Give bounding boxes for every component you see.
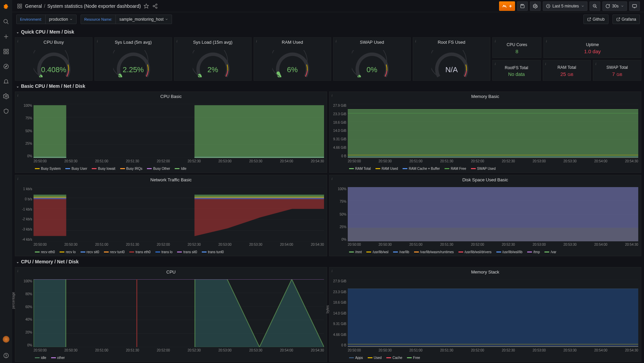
legend-item[interactable]: recv eth0 bbox=[35, 250, 55, 254]
legend-item[interactable]: idle bbox=[35, 356, 46, 360]
legend-item[interactable]: RAM Cache + Buffer bbox=[403, 167, 440, 170]
row-full-header[interactable]: ⌄CPU / Memory / Net / Disk bbox=[15, 256, 641, 267]
info-icon[interactable]: i bbox=[97, 39, 98, 43]
panel-network-basic[interactable]: i Network Traffic Basic 1 kb/s0 b/s-1 kb… bbox=[15, 175, 327, 256]
plot-area[interactable] bbox=[34, 187, 324, 241]
link-github[interactable]: Github bbox=[583, 15, 608, 24]
legend-item[interactable]: Busy IRQs bbox=[120, 167, 143, 170]
configuration-icon[interactable] bbox=[2, 92, 10, 100]
legend-item[interactable]: Apps bbox=[349, 356, 363, 360]
legend-item[interactable]: /var/lib/wasm/runtimes bbox=[414, 250, 454, 254]
gauge-ram-used[interactable]: i RAM Used 6% bbox=[254, 37, 331, 81]
info-icon[interactable]: i bbox=[17, 39, 18, 43]
info-icon[interactable]: i bbox=[331, 269, 332, 273]
info-icon[interactable]: i bbox=[495, 39, 496, 43]
panel-disk-basic[interactable]: i Disk Space Used Basic 100%75%50%25%0% … bbox=[329, 175, 641, 256]
info-icon[interactable]: i bbox=[17, 93, 18, 97]
legend-item[interactable]: /tmp bbox=[527, 250, 540, 254]
settings-button[interactable] bbox=[530, 1, 541, 11]
row-basic-header[interactable]: ⌄Basic CPU / Mem / Net / Disk bbox=[15, 81, 641, 92]
legend-item[interactable]: RAM Total bbox=[349, 167, 371, 170]
info-icon[interactable]: i bbox=[331, 93, 332, 97]
var-environment[interactable]: Environment: production bbox=[16, 15, 77, 24]
info-icon[interactable]: i bbox=[415, 39, 416, 43]
panel-cpu-basic[interactable]: i CPU Basic 100%75%50%25%0% 20:50:0020:5… bbox=[15, 92, 327, 173]
refresh-button[interactable]: 30s bbox=[602, 1, 627, 11]
legend-item[interactable]: RAM Used bbox=[375, 167, 398, 170]
legend-item[interactable]: Busy User bbox=[65, 167, 87, 170]
legend-item[interactable]: SWAP Used bbox=[471, 167, 496, 170]
star-icon[interactable] bbox=[143, 3, 150, 9]
search-icon[interactable] bbox=[2, 18, 10, 26]
panel-memory-basic[interactable]: i Memory Basic 27.9 GiB23.3 GiB18.6 GiB1… bbox=[329, 92, 641, 173]
stat-swap-total[interactable]: i SWAP Total 7 GiB bbox=[593, 60, 641, 81]
alerting-icon[interactable] bbox=[2, 77, 10, 85]
plot-area[interactable] bbox=[34, 279, 324, 347]
info-icon[interactable]: i bbox=[546, 39, 547, 43]
legend-item[interactable]: Busy Other bbox=[147, 167, 170, 170]
info-icon[interactable]: i bbox=[17, 269, 18, 273]
help-icon[interactable] bbox=[2, 351, 10, 360]
gauge-cpu-busy[interactable]: i CPU Busy 0.408% bbox=[15, 37, 92, 81]
gauge-root-fs-used[interactable]: i Root FS Used N/A bbox=[413, 37, 490, 81]
breadcrumb-folder[interactable]: General bbox=[25, 3, 42, 9]
stat-rootfs-total[interactable]: i RootFS Total No data bbox=[492, 60, 541, 81]
legend-item[interactable]: RAM Free bbox=[445, 167, 466, 170]
legend-item[interactable]: Busy System bbox=[35, 167, 61, 170]
info-icon[interactable]: i bbox=[17, 177, 18, 181]
info-icon[interactable]: i bbox=[256, 39, 257, 43]
grafana-logo-icon[interactable] bbox=[2, 3, 10, 11]
info-icon[interactable]: i bbox=[331, 177, 332, 181]
row-quick-header[interactable]: ⌄Quick CPU / Mem / Disk bbox=[15, 26, 641, 37]
tv-mode-button[interactable] bbox=[629, 1, 640, 11]
server-admin-icon[interactable] bbox=[2, 107, 10, 115]
gauge-sys-load-5m-avg-[interactable]: i Sys Load (5m avg) 2.25% bbox=[94, 37, 172, 81]
share-icon[interactable] bbox=[152, 3, 158, 9]
gauge-sys-load-15m-avg-[interactable]: i Sys Load (15m avg) 2% bbox=[174, 37, 252, 81]
plus-icon[interactable] bbox=[2, 33, 10, 41]
info-icon[interactable]: i bbox=[336, 39, 337, 43]
breadcrumb[interactable]: General / System statistics (Node export… bbox=[25, 3, 141, 9]
legend-item[interactable]: Cache bbox=[386, 356, 402, 360]
legend-item[interactable]: Used bbox=[368, 356, 382, 360]
var-resource-name[interactable]: Resource Name: sample_monitoring_host bbox=[81, 15, 172, 24]
dashboard-grid-icon[interactable] bbox=[16, 3, 23, 9]
legend-item[interactable]: Busy Iowait bbox=[92, 167, 115, 170]
legend-item[interactable]: trans tunl0 bbox=[202, 250, 224, 254]
legend-item[interactable]: Free bbox=[407, 356, 420, 360]
save-button[interactable] bbox=[517, 1, 528, 11]
legend-item[interactable]: recv sit0 bbox=[81, 250, 99, 254]
stat-cpu-cores[interactable]: i CPU Cores 8 bbox=[492, 37, 541, 58]
legend-item[interactable]: /usr/lib/wsl/lib bbox=[496, 250, 522, 254]
legend-item[interactable]: recv lo bbox=[60, 250, 76, 254]
explore-icon[interactable] bbox=[2, 62, 10, 70]
time-range-picker[interactable]: Last 5 minutes bbox=[543, 1, 587, 11]
legend-item[interactable]: /usr/lib/wsl/drivers bbox=[458, 250, 491, 254]
legend-item[interactable]: /var/lib bbox=[393, 250, 409, 254]
legend-item[interactable]: /var bbox=[544, 250, 556, 254]
legend-item[interactable]: trans lo bbox=[155, 250, 173, 254]
plot-area[interactable] bbox=[348, 104, 638, 158]
plot-area[interactable] bbox=[34, 104, 324, 158]
info-icon[interactable]: i bbox=[595, 62, 596, 66]
plot-area[interactable] bbox=[348, 187, 638, 241]
add-panel-button[interactable]: + bbox=[499, 1, 515, 11]
stat-uptime[interactable]: i Uptime 1.0 day bbox=[543, 37, 641, 58]
legend-item[interactable]: /usr/lib/wsl bbox=[366, 250, 388, 254]
gauge-swap-used[interactable]: i SWAP Used 0% bbox=[333, 37, 411, 81]
legend-item[interactable]: trans eth0 bbox=[129, 250, 150, 254]
panel-cpu[interactable]: i CPU percentage 100%80%60%40%20%0% 20:5… bbox=[15, 267, 327, 362]
zoom-out-button[interactable] bbox=[589, 1, 600, 11]
info-icon[interactable]: i bbox=[545, 62, 546, 66]
user-avatar-icon[interactable] bbox=[2, 335, 10, 343]
link-grafana[interactable]: Grafana bbox=[613, 15, 640, 24]
stat-ram-total[interactable]: i RAM Total 25 GiB bbox=[543, 60, 591, 81]
plot-area[interactable] bbox=[348, 279, 638, 347]
legend-item[interactable]: Idle bbox=[175, 167, 186, 170]
legend-item[interactable]: /mnt bbox=[349, 250, 362, 254]
legend-item[interactable]: trans sit0 bbox=[177, 250, 197, 254]
breadcrumb-title[interactable]: System statistics (Node exporter dashboa… bbox=[47, 3, 141, 9]
panel-memory-stack[interactable]: i Memory Stack bytes 27.9 GiB23.3 GiB18.… bbox=[329, 267, 641, 362]
legend-item[interactable]: recv tunl0 bbox=[104, 250, 125, 254]
dashboards-icon[interactable] bbox=[2, 47, 10, 56]
